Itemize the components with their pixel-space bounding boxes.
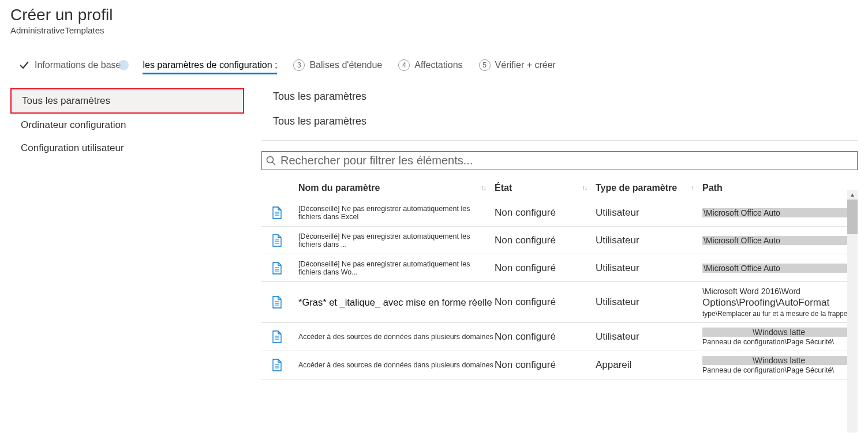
col-name[interactable]: Nom du paramètre (298, 183, 380, 193)
section-heading: Tous les paramètres (273, 91, 858, 103)
type-cell: Utilisateur (596, 235, 702, 246)
page-subtitle: AdministrativeTemplates (10, 25, 858, 35)
state-cell: Non configuré (495, 296, 596, 308)
scrollbar-thumb[interactable] (847, 200, 858, 234)
highlight-dot (118, 60, 129, 70)
path-cell: \Microsoft Office Auto (702, 264, 855, 273)
document-icon (264, 330, 298, 343)
table-row[interactable]: Accéder à des sources de données dans pl… (261, 351, 858, 379)
path-cell: \Microsoft Office Auto (702, 236, 855, 245)
step-label: Informations de base (35, 60, 121, 70)
table-row[interactable]: [Déconseillé] Ne pas enregistrer automat… (261, 227, 858, 254)
section-subheading: Tous les paramètres (273, 115, 858, 127)
document-icon (264, 359, 298, 371)
setting-name-cell: Accéder à des sources de données dans pl… (298, 361, 495, 369)
col-path[interactable]: Path (702, 183, 723, 193)
table-row[interactable]: *Gras* et _italique_ avec mise en forme … (261, 282, 858, 323)
setting-name-cell: [Déconseillé] Ne pas enregistrer automat… (298, 205, 495, 221)
type-cell: Utilisateur (596, 207, 702, 219)
document-icon (264, 262, 298, 274)
sort-icon[interactable]: ↑ (691, 184, 693, 192)
svg-point-0 (267, 156, 274, 163)
settings-table: Nom du paramètre ↑↓ État ↑↓ Type de para… (261, 177, 858, 379)
step-label: Vérifier + créer (495, 60, 556, 70)
step-scope-tags[interactable]: 3 Balises d'étendue (293, 59, 382, 71)
search-input[interactable]: Rechercher pour filtrer les éléments... (261, 151, 858, 170)
step-basics[interactable]: Informations de base (18, 59, 126, 71)
sort-icon[interactable]: ↑↓ (481, 184, 485, 192)
step-review-create[interactable]: 5 Vérifier + créer (479, 59, 556, 71)
path-cell: \Windows lattePanneau de configuration\P… (702, 356, 855, 374)
path-cell: \Microsoft Word 2016\WordOptions\Proofin… (702, 287, 855, 318)
document-icon (264, 206, 298, 219)
state-cell: Non configuré (495, 207, 596, 219)
state-cell: Non configuré (495, 235, 596, 246)
step-number: 4 (398, 59, 410, 71)
state-cell: Non configuré (495, 331, 596, 343)
setting-name-cell: [Déconseillé] Ne pas enregistrer automat… (298, 260, 495, 276)
divider (261, 140, 858, 141)
state-cell: Non configuré (495, 359, 596, 371)
setting-name-cell: [Déconseillé] Ne pas enregistrer automat… (298, 232, 495, 249)
type-cell: Utilisateur (596, 296, 702, 308)
sort-icon[interactable]: ↑↓ (582, 184, 586, 192)
type-cell: Appareil (596, 359, 702, 371)
page-title: Créer un profil (10, 6, 858, 24)
setting-name-cell: *Gras* et _italique_ avec mise en forme … (298, 297, 495, 308)
step-number: 3 (293, 59, 305, 71)
col-type[interactable]: Type de paramètre (596, 183, 677, 193)
search-placeholder: Rechercher pour filtrer les éléments... (280, 154, 473, 167)
document-icon (264, 234, 298, 247)
type-cell: Utilisateur (596, 262, 702, 274)
step-label: Balises d'étendue (309, 60, 382, 70)
scroll-up-icon[interactable]: ▲ (847, 190, 858, 200)
path-cell: \Microsoft Office Auto (702, 208, 855, 217)
settings-category-sidebar: Tous les paramètres Ordinateur configura… (10, 88, 244, 160)
state-cell: Non configuré (495, 262, 596, 274)
svg-line-1 (272, 162, 275, 165)
sidebar-item-computer-config[interactable]: Ordinateur configuration (10, 114, 244, 137)
type-cell: Utilisateur (596, 331, 702, 343)
step-assignments[interactable]: 4 Affectations (398, 59, 462, 71)
step-number: 5 (479, 59, 491, 71)
table-header: Nom du paramètre ↑↓ État ↑↓ Type de para… (261, 177, 858, 199)
sidebar-item-user-config[interactable]: Configuration utilisateur (10, 137, 244, 160)
table-row[interactable]: [Déconseillé] Ne pas enregistrer automat… (261, 199, 858, 227)
wizard-stepper: Informations de base les paramètres de c… (10, 59, 858, 71)
table-row[interactable]: Accéder à des sources de données dans pl… (261, 323, 858, 351)
step-label: les paramètres de configuration ; (143, 60, 277, 74)
scrollbar[interactable]: ▲ (847, 190, 858, 385)
document-icon (264, 296, 298, 309)
setting-name-cell: Accéder à des sources de données dans pl… (298, 333, 495, 341)
search-icon (265, 155, 277, 167)
path-cell: \Windows lattePanneau de configuration\P… (702, 328, 855, 346)
table-row[interactable]: [Déconseillé] Ne pas enregistrer automat… (261, 254, 858, 282)
sidebar-item-all-settings[interactable]: Tous les paramètres (10, 88, 244, 114)
step-config-settings[interactable]: les paramètres de configuration ; (143, 60, 277, 70)
step-label: Affectations (414, 60, 462, 70)
check-icon (18, 59, 30, 71)
col-state[interactable]: État (495, 183, 512, 193)
